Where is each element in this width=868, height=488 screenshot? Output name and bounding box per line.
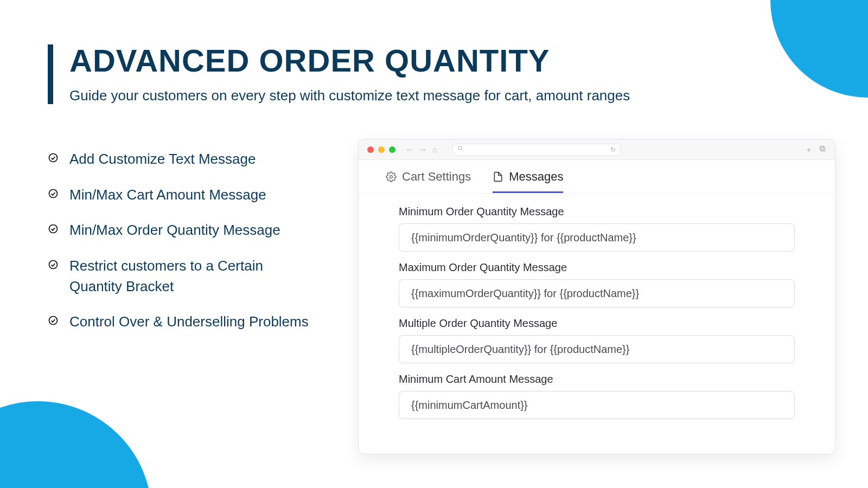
min-order-qty-input[interactable] [399, 223, 795, 252]
check-icon [48, 152, 59, 165]
svg-point-3 [49, 261, 58, 269]
maximize-window-icon[interactable] [389, 146, 395, 153]
check-icon [48, 259, 59, 272]
decorative-blob-top [770, 0, 868, 98]
check-icon [48, 223, 59, 236]
new-tab-icon[interactable]: + [806, 145, 811, 154]
reload-icon[interactable]: ↻ [610, 146, 616, 153]
tab-bar: Cart Settings Messages [359, 160, 835, 194]
forward-icon[interactable]: → [419, 145, 427, 154]
min-cart-amount-input[interactable] [399, 391, 795, 419]
svg-point-1 [49, 189, 58, 197]
svg-point-4 [49, 317, 58, 325]
page-subtitle: Guide your customers on every step with … [69, 87, 630, 104]
close-window-icon[interactable] [367, 146, 374, 153]
svg-point-5 [458, 146, 462, 150]
search-icon [457, 145, 464, 153]
field-label: Minimum Cart Amount Message [399, 373, 795, 386]
svg-point-0 [49, 154, 58, 162]
check-icon [48, 188, 59, 201]
field-label: Minimum Order Quantity Message [399, 206, 795, 218]
copy-icon[interactable] [819, 145, 826, 154]
tab-cart-settings[interactable]: Cart Settings [386, 160, 471, 193]
decorative-blob-bottom [0, 401, 152, 488]
feature-text: Min/Max Order Quantity Message [69, 220, 280, 241]
svg-point-9 [390, 176, 393, 178]
svg-rect-8 [820, 146, 824, 150]
svg-rect-7 [821, 147, 825, 151]
svg-point-2 [49, 225, 58, 233]
field-max-order-qty: Maximum Order Quantity Message [399, 261, 795, 307]
tab-label: Messages [509, 170, 563, 184]
feature-item: Restrict customers to a Certain Quantity… [48, 256, 314, 297]
feature-list: Add Customize Text Message Min/Max Cart … [48, 149, 314, 348]
gear-icon [386, 171, 397, 182]
field-label: Multiple Order Quantity Message [399, 317, 795, 330]
tab-messages[interactable]: Messages [493, 160, 563, 193]
feature-text: Restrict customers to a Certain Quantity… [69, 256, 314, 297]
traffic-lights [367, 146, 395, 153]
address-bar[interactable]: ↻ [452, 144, 621, 156]
feature-text: Add Customize Text Message [69, 149, 256, 170]
field-min-order-qty: Minimum Order Quantity Message [399, 206, 795, 252]
back-icon[interactable]: ← [405, 145, 413, 154]
browser-chrome: ← → ⌂ ↻ + [359, 139, 835, 160]
feature-item: Min/Max Order Quantity Message [48, 220, 314, 241]
minimize-window-icon[interactable] [378, 146, 385, 153]
feature-item: Control Over & Underselling Problems [48, 312, 314, 332]
svg-line-6 [461, 149, 463, 151]
feature-text: Min/Max Cart Amount Message [69, 185, 266, 206]
field-multiple-order-qty: Multiple Order Quantity Message [399, 317, 795, 363]
feature-item: Add Customize Text Message [48, 149, 314, 170]
home-icon[interactable]: ⌂ [432, 145, 437, 154]
tab-label: Cart Settings [402, 170, 471, 184]
field-min-cart-amount: Minimum Cart Amount Message [399, 373, 795, 419]
feature-text: Control Over & Underselling Problems [69, 312, 309, 332]
field-label: Maximum Order Quantity Message [399, 261, 795, 274]
browser-window: ← → ⌂ ↻ + Cart Settings [358, 139, 835, 454]
multiple-order-qty-input[interactable] [399, 335, 795, 363]
file-icon [493, 171, 503, 182]
messages-form: Minimum Order Quantity Message Maximum O… [359, 194, 835, 429]
page-title: ADVANCED ORDER QUANTITY [69, 44, 630, 78]
check-icon [48, 315, 59, 328]
max-order-qty-input[interactable] [399, 279, 795, 307]
header: ADVANCED ORDER QUANTITY Guide your custo… [48, 44, 630, 104]
feature-item: Min/Max Cart Amount Message [48, 185, 314, 206]
